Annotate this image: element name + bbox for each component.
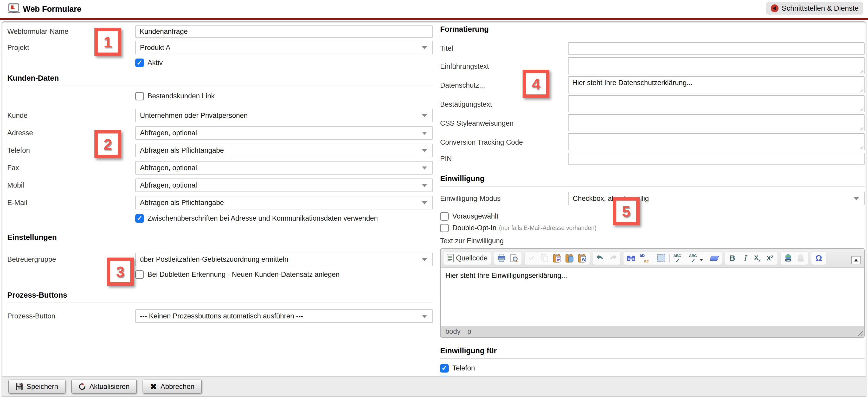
mobil-select[interactable]: Abfragen, optional xyxy=(135,179,433,192)
spellcheck-button[interactable]: ABC ✓ xyxy=(674,253,684,263)
subscript-button[interactable]: X2 xyxy=(753,253,762,263)
cancel-button[interactable]: ✖ Abbrechen xyxy=(143,379,202,394)
chevron-down-icon xyxy=(422,46,427,50)
print-preview-button[interactable] xyxy=(509,253,518,263)
einwilligung-editor: Quellcode xyxy=(440,248,865,338)
telefon-select[interactable]: Abfragen als Pflichtangabe xyxy=(135,144,433,157)
top-bar: Web Formulare Schnittstellen & Dienste xyxy=(0,0,868,18)
annotation-marker-3: 3 xyxy=(107,257,134,286)
binoculars-icon xyxy=(627,254,636,262)
unlink-button[interactable] xyxy=(796,253,805,263)
interfaces-button[interactable]: Schnittstellen & Dienste xyxy=(766,2,863,14)
einfuehrungstext-label: Einführungstext xyxy=(440,62,568,70)
annotation-marker-1: 1 xyxy=(94,28,121,56)
webformular-name-input[interactable] xyxy=(135,26,433,38)
floppy-disk-icon xyxy=(16,383,23,390)
aktiv-checkbox[interactable] xyxy=(135,59,144,67)
copy-button[interactable] xyxy=(540,253,549,263)
css-styleanweisungen-textarea[interactable] xyxy=(568,114,865,131)
titel-label: Titel xyxy=(440,44,568,53)
right-column: Formatierung Titel Einführungstext Daten… xyxy=(440,25,865,396)
bold-button[interactable]: B xyxy=(728,253,737,263)
einwilligung-heading: Einwilligung xyxy=(440,174,865,186)
chevron-down-icon xyxy=(422,258,427,261)
prozess-button-select[interactable]: --- Keinen Prozessbuttons automatisch au… xyxy=(135,309,433,323)
x-icon: ✖ xyxy=(150,381,157,392)
editor-status-bar: body p xyxy=(441,326,864,337)
dubletten-checkbox[interactable] xyxy=(135,270,144,279)
undo-button[interactable] xyxy=(596,253,605,263)
source-code-button[interactable]: Quellcode xyxy=(446,253,488,263)
refresh-button[interactable]: Aktualisieren xyxy=(71,379,137,394)
kunde-select[interactable]: Unternehmen oder Privatpersonen xyxy=(135,109,433,122)
redo-button[interactable] xyxy=(609,253,617,263)
datenschutz-textarea[interactable]: Hier steht Ihre Datenschutzerklärung... xyxy=(568,76,865,93)
chevron-down-icon xyxy=(422,201,427,205)
pin-input[interactable] xyxy=(568,153,865,165)
cut-button[interactable]: ✂ xyxy=(528,253,537,263)
replace-button[interactable]: ab ac xyxy=(639,253,649,263)
remove-format-button[interactable] xyxy=(710,253,719,263)
toolbar-collapse-button[interactable] xyxy=(851,256,861,264)
chevron-down-icon xyxy=(422,315,427,318)
fax-label: Fax xyxy=(7,164,135,172)
conversion-tracking-label: Conversion Tracking Code xyxy=(440,139,568,147)
paste-text-button[interactable] xyxy=(565,253,574,263)
prozess-buttons-heading: Prozess-Buttons xyxy=(7,291,433,303)
select-all-icon xyxy=(657,254,665,262)
chevron-down-icon xyxy=(422,184,427,187)
element-path-p[interactable]: p xyxy=(467,328,471,336)
paste-button[interactable] xyxy=(553,253,562,263)
spellcheck-menu-icon: ABC ✓ xyxy=(689,253,700,263)
link-icon xyxy=(784,254,792,262)
einfuehrungstext-textarea[interactable] xyxy=(568,57,865,74)
replace-icon: ab ac xyxy=(639,253,649,263)
chevron-down-icon xyxy=(422,166,427,170)
paste-word-button[interactable]: W xyxy=(578,253,587,263)
element-path-body[interactable]: body xyxy=(445,328,461,336)
refresh-icon xyxy=(79,383,86,390)
vorausgewaehlt-checkbox[interactable] xyxy=(440,212,449,221)
einwilligung-telefon-checkbox[interactable] xyxy=(440,364,449,372)
paste-word-icon: W xyxy=(578,254,586,263)
text-zur-einwilligung-label: Text zur Einwilligung xyxy=(440,237,865,245)
redo-icon xyxy=(609,254,617,262)
email-select[interactable]: Abfragen als Pflichtangabe xyxy=(135,196,433,209)
bestandskunden-checkbox[interactable] xyxy=(135,92,144,100)
web-form-monitor-icon xyxy=(7,3,21,16)
save-button[interactable]: Speichern xyxy=(8,379,66,394)
zwischenueberschriften-checkbox[interactable] xyxy=(135,214,144,223)
einwilligung-modus-select[interactable]: Checkbox, aber freiwillig xyxy=(568,192,865,205)
italic-button[interactable]: I xyxy=(741,253,749,263)
left-column: Webformular-Name Projekt Produkt A Aktiv… xyxy=(7,25,433,323)
conversion-tracking-textarea[interactable] xyxy=(568,133,865,150)
double-opt-in-checkbox[interactable] xyxy=(440,224,449,232)
css-styleanweisungen-label: CSS Styleanweisungen xyxy=(440,119,568,127)
superscript-button[interactable]: X2 xyxy=(766,253,774,263)
omega-icon: Ω xyxy=(815,253,822,263)
einwilligung-fuer-heading: Einwilligung für xyxy=(440,346,865,359)
fax-select[interactable]: Abfragen, optional xyxy=(135,161,433,175)
special-char-button[interactable]: Ω xyxy=(814,253,823,263)
print-preview-icon xyxy=(510,254,518,263)
source-doc-icon xyxy=(446,254,454,263)
titel-input[interactable] xyxy=(568,42,865,55)
einstellungen-heading: Einstellungen xyxy=(7,233,433,245)
einwilligung-modus-label: Einwilligung-Modus xyxy=(440,194,568,203)
editor-content[interactable]: Hier steht Ihre Einwilligungserklärung..… xyxy=(441,268,864,326)
betreuergruppe-select[interactable]: über Postleitzahlen-Gebietszuordnung erm… xyxy=(135,253,433,266)
link-button[interactable] xyxy=(784,253,793,263)
adresse-select[interactable]: Abfragen, optional xyxy=(135,126,433,140)
spellcheck-menu-button[interactable]: ABC ✓ xyxy=(689,253,700,263)
print-button[interactable] xyxy=(497,253,506,263)
unlink-icon xyxy=(797,254,805,262)
annotation-marker-4: 4 xyxy=(523,70,549,98)
action-bar: Speichern Aktualisieren ✖ Abbrechen xyxy=(2,376,866,396)
bestaetigungstext-textarea[interactable] xyxy=(568,95,865,112)
chevron-down-icon xyxy=(854,197,859,200)
select-all-button[interactable] xyxy=(657,253,665,263)
prozess-button-label: Prozess-Button xyxy=(7,312,135,320)
projekt-select[interactable]: Produkt A xyxy=(135,41,433,54)
find-button[interactable] xyxy=(627,253,636,263)
main-panel: Webformular-Name Projekt Produkt A Aktiv… xyxy=(2,21,866,397)
